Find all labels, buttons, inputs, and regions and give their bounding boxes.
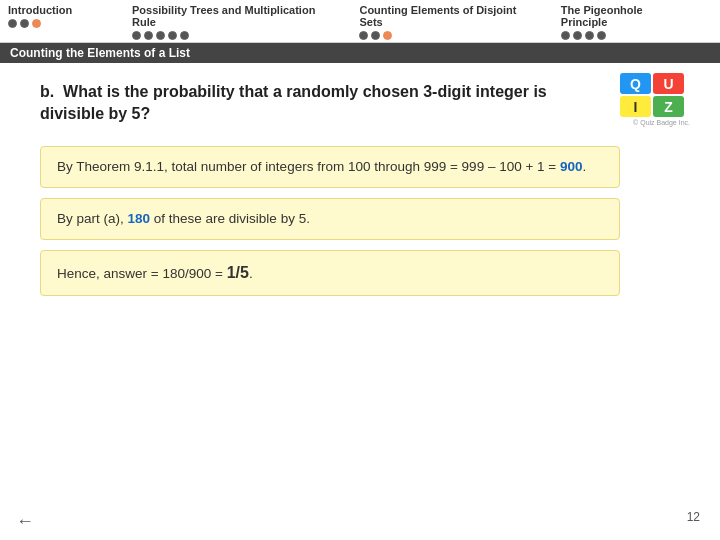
quiz-q: Q [620,73,651,94]
quiz-z: Z [653,96,684,117]
answer-box-2: Hence, answer = 180/900 = 1/5. [40,250,620,296]
quiz-copyright: © Quiz Badge Inc. [620,119,690,126]
nav-bar: IntroductionPossibility Trees and Multip… [0,0,720,43]
answer-box-0: By Theorem 9.1.1, total number of intege… [40,146,620,188]
nav-section-title-1: Possibility Trees and Multiplication Rul… [132,4,335,28]
nav-section-3: The Pigeonhole Principle [561,4,688,40]
footer: ← 12 [0,511,720,532]
nav-dot-3-1 [573,31,582,40]
nav-dot-0-1 [20,19,29,28]
answer-highlight-2: 1/5 [227,264,249,281]
nav-dot-2-2 [383,31,392,40]
nav-dot-2-0 [359,31,368,40]
nav-dot-1-0 [132,31,141,40]
nav-dot-1-4 [180,31,189,40]
nav-section-0: Introduction [8,4,108,28]
nav-dots-1 [132,31,335,40]
nav-section-1: Possibility Trees and Multiplication Rul… [132,4,335,40]
nav-section-title-2: Counting Elements of Disjoint Sets [359,4,536,28]
nav-dot-2-1 [371,31,380,40]
nav-section-2: Counting Elements of Disjoint Sets [359,4,536,40]
nav-dots-0 [8,19,108,28]
nav-dot-0-2 [32,19,41,28]
main-content: Q U I Z © Quiz Badge Inc. b. What is the… [0,63,720,316]
question-part: b. [40,83,54,100]
nav-dot-3-3 [597,31,606,40]
nav-dot-1-2 [156,31,165,40]
nav-dot-0-0 [8,19,17,28]
answers-container: By Theorem 9.1.1, total number of intege… [40,146,680,297]
answer-box-1: By part (a), 180 of these are divisible … [40,198,620,240]
page-number: 12 [687,510,700,524]
subtitle-text: Counting the Elements of a List [10,46,190,60]
nav-dots-2 [359,31,536,40]
quiz-badge: Q U I Z © Quiz Badge Inc. [620,73,690,121]
answer-highlight-0: 900 [560,159,583,174]
nav-section-title-0: Introduction [8,4,108,16]
quiz-badge-grid: Q U I Z [620,73,684,117]
quiz-u: U [653,73,684,94]
nav-dot-1-3 [168,31,177,40]
nav-dots-3 [561,31,688,40]
question-text: b. What is the probability that a random… [40,81,560,126]
back-arrow[interactable]: ← [16,511,34,532]
nav-dot-1-1 [144,31,153,40]
subtitle-bar: Counting the Elements of a List [0,43,720,63]
nav-dot-3-2 [585,31,594,40]
quiz-i: I [620,96,651,117]
question-body: What is the probability that a randomly … [40,83,547,122]
nav-section-title-3: The Pigeonhole Principle [561,4,688,28]
nav-dot-3-0 [561,31,570,40]
answer-highlight-1: 180 [128,211,151,226]
